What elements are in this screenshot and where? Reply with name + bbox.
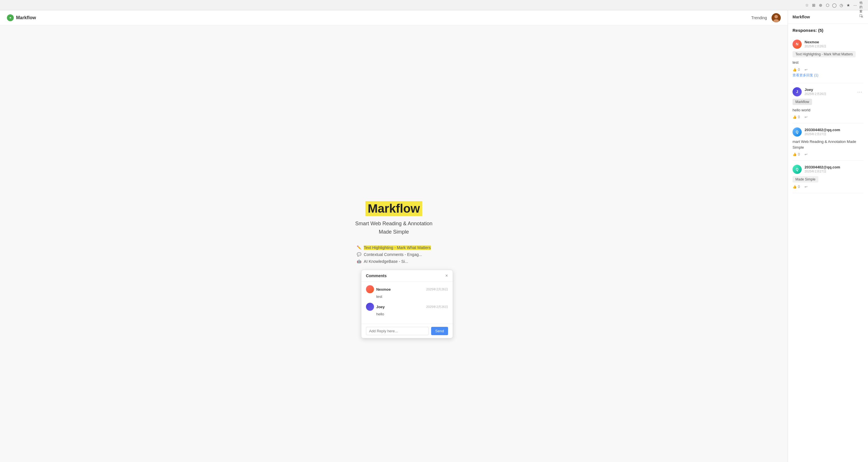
comments-body: Nexmoe 2025年2月26日 test Joey 2025年2月26日 h… bbox=[361, 282, 453, 324]
window-restore-icon[interactable]: ⊡ 共他的窗口 bbox=[859, 3, 865, 8]
comments-reply-area: Send bbox=[361, 324, 453, 338]
star2-icon[interactable]: ★ bbox=[846, 3, 851, 8]
response-date-3: 2025年2月27日 bbox=[805, 132, 863, 136]
response-avatar-nexmoe: N bbox=[793, 40, 802, 49]
thumb-up-icon-4: 👍 bbox=[793, 185, 797, 189]
response-item-4: Q 203304402@qq.com 2025年2月27日 Made Simpl… bbox=[793, 161, 863, 193]
circle-icon[interactable]: ◯ bbox=[832, 3, 837, 8]
hero-subtitle-line2: Made Simple bbox=[379, 229, 409, 235]
sidebar-header: Markflow × bbox=[788, 10, 868, 24]
comment-avatar-nexmoe bbox=[366, 285, 374, 293]
response-actions-1: 👍 0 ↩ bbox=[793, 68, 863, 72]
response-author-name-3: 203304402@qq.com bbox=[805, 128, 863, 132]
navbar-brand[interactable]: Markflow bbox=[7, 14, 36, 21]
response-tag-4: Made Simple bbox=[793, 176, 818, 183]
page-content: Markflow Smart Web Reading & Annotation … bbox=[0, 25, 787, 462]
response-avatar-qq2: Q bbox=[793, 165, 802, 174]
response-date-2: 2025年2月26日 bbox=[805, 92, 853, 96]
star-icon[interactable]: ☆ bbox=[804, 3, 809, 8]
like-button-3[interactable]: 👍 0 bbox=[793, 152, 800, 156]
reply-input[interactable] bbox=[366, 327, 429, 335]
ai-icon: 🤖 bbox=[357, 259, 361, 264]
extension-icon[interactable]: ⬡ bbox=[825, 3, 830, 8]
thumb-up-icon-1: 👍 bbox=[793, 68, 797, 72]
feature-text-2: Contextual Comments - Engag... bbox=[364, 252, 422, 257]
feature-text-1: Text Highlighting - Mark What Matters bbox=[364, 245, 431, 250]
reply-button-1[interactable]: ↩ bbox=[805, 68, 807, 72]
features-list: ✏️ Text Highlighting - Mark What Matters… bbox=[357, 245, 431, 266]
svg-point-2 bbox=[774, 15, 778, 18]
more-icon[interactable]: ··· bbox=[852, 3, 858, 8]
response-author-row-3: Q 203304402@qq.com 2025年2月27日 bbox=[793, 127, 863, 136]
comments-close-button[interactable]: × bbox=[445, 274, 448, 278]
reply-icon-3: ↩ bbox=[805, 152, 807, 156]
response-avatar-joey: J bbox=[793, 87, 802, 96]
navbar: Markflow Trending bbox=[0, 10, 787, 25]
response-text-2: hello world bbox=[793, 107, 863, 113]
response-tag-1: Text Highlighting - Mark What Matters bbox=[793, 51, 856, 57]
feature-text-3: AI KnowledgeBase - Si... bbox=[364, 259, 408, 264]
response-author-info-1: Nexmoe 2025年2月26日 bbox=[805, 40, 863, 49]
like-count-3: 0 bbox=[798, 152, 800, 156]
reply-button-3[interactable]: ↩ bbox=[805, 152, 807, 156]
hero-title: Markflow bbox=[365, 201, 422, 216]
comments-popup: Comments × Nexmoe 2025年2月26日 test bbox=[361, 270, 453, 338]
response-text-3: mart Web Reading & Annotation Made Simpl… bbox=[793, 139, 863, 150]
thumb-up-icon-3: 👍 bbox=[793, 152, 797, 156]
like-button-1[interactable]: 👍 0 bbox=[793, 68, 800, 72]
comment-text-2: hello bbox=[366, 312, 448, 316]
response-actions-3: 👍 0 ↩ bbox=[793, 152, 863, 156]
send-button[interactable]: Send bbox=[431, 327, 448, 335]
hero-subtitle: Smart Web Reading & Annotation Made Simp… bbox=[355, 219, 433, 236]
reply-icon-2: ↩ bbox=[805, 115, 807, 119]
comment-item-1: Nexmoe 2025年2月26日 test bbox=[366, 285, 448, 299]
response-item-1: N Nexmoe 2025年2月26日 Text Highlighting - … bbox=[793, 36, 863, 83]
reply-button-2[interactable]: ↩ bbox=[805, 115, 807, 119]
sidebar-title: Markflow bbox=[793, 14, 810, 19]
hero-section: Markflow Smart Web Reading & Annotation … bbox=[355, 201, 433, 236]
tab-icon[interactable]: ⊞ bbox=[811, 3, 816, 8]
response-text-1: test bbox=[793, 60, 863, 65]
sidebar-body: N Nexmoe 2025年2月26日 Text Highlighting - … bbox=[788, 36, 868, 462]
comment-author-row-2: Joey 2025年2月26日 bbox=[366, 303, 448, 311]
comment-icon: 💬 bbox=[357, 252, 361, 256]
user-avatar[interactable] bbox=[772, 13, 781, 22]
bookmark-icon[interactable]: ⊛ bbox=[818, 3, 823, 8]
reply-button-4[interactable]: ↩ bbox=[805, 185, 807, 189]
comment-author-name-1: Nexmoe bbox=[376, 287, 391, 291]
brand-icon bbox=[7, 14, 14, 21]
response-author-info-3: 203304402@qq.com 2025年2月27日 bbox=[805, 128, 863, 136]
response-item-3: Q 203304402@qq.com 2025年2月27日 mart Web R… bbox=[793, 123, 863, 161]
response-tag-2: Markflow bbox=[793, 99, 812, 105]
pencil-icon: ✏️ bbox=[357, 245, 361, 250]
content-area: Markflow Trending Markflow bbox=[0, 10, 787, 462]
trending-label[interactable]: Trending bbox=[751, 16, 767, 20]
comments-title: Comments bbox=[366, 274, 386, 278]
response-author-info-2: Joey 2025年2月26日 bbox=[805, 88, 853, 96]
like-count-4: 0 bbox=[798, 185, 800, 189]
like-button-4[interactable]: 👍 0 bbox=[793, 185, 800, 189]
reply-icon-1: ↩ bbox=[805, 68, 807, 72]
response-actions-4: 👍 0 ↩ bbox=[793, 185, 863, 189]
like-button-2[interactable]: 👍 0 bbox=[793, 115, 800, 119]
response-date-4: 2025年2月27日 bbox=[805, 169, 863, 174]
sidebar-panel: Markflow × Responses: (5) N Nexmoe 2025年… bbox=[787, 10, 868, 462]
browser-chrome: ☆ ⊞ ⊛ ⬡ ◯ ◷ ★ ··· ⊡ 共他的窗口 bbox=[0, 0, 868, 10]
comment-date-1: 2025年2月26日 bbox=[426, 287, 448, 291]
comments-header: Comments × bbox=[361, 270, 453, 282]
response-actions-2: 👍 0 ↩ bbox=[793, 115, 863, 119]
comment-author-row-1: Nexmoe 2025年2月26日 bbox=[366, 285, 448, 293]
response-item-2: J Joey 2025年2月26日 ⋯ Markflow hello world… bbox=[793, 83, 863, 124]
feature-item-1: ✏️ Text Highlighting - Mark What Matters bbox=[357, 245, 431, 250]
comment-author-name-2: Joey bbox=[376, 305, 385, 309]
response-author-name-1: Nexmoe bbox=[805, 40, 863, 44]
response-more-button-2[interactable]: ⋯ bbox=[856, 89, 863, 94]
response-author-name-2: Joey bbox=[805, 88, 853, 92]
response-author-row-4: Q 203304402@qq.com 2025年2月27日 bbox=[793, 165, 863, 174]
comment-avatar-joey bbox=[366, 303, 374, 311]
thumb-up-icon-2: 👍 bbox=[793, 115, 797, 119]
view-more-replies-button[interactable]: 查看更多回复 (1) bbox=[793, 72, 818, 79]
clock-icon[interactable]: ◷ bbox=[839, 3, 844, 8]
sidebar-responses-heading: Responses: (5) bbox=[788, 24, 868, 36]
response-avatar-qq: Q bbox=[793, 127, 802, 136]
